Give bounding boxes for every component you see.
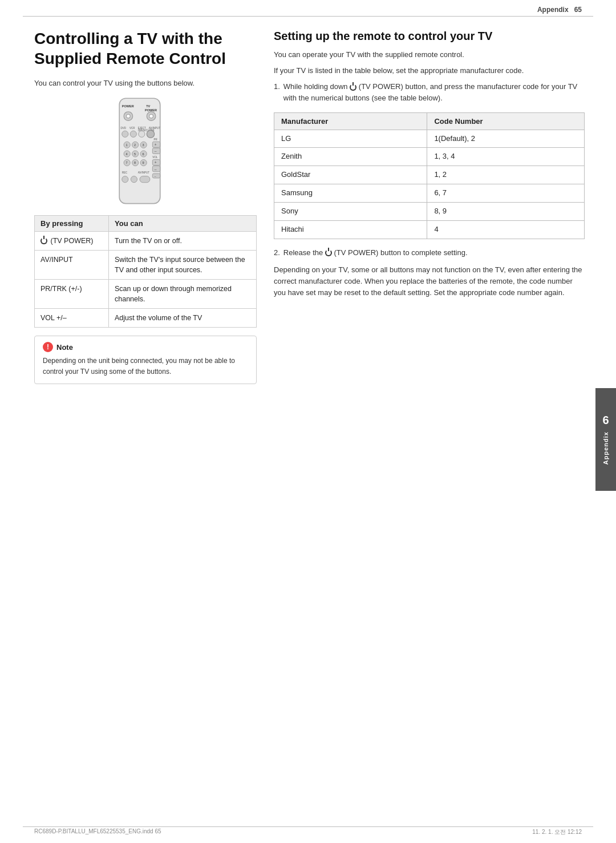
mfr-row-name-1: Zenith: [274, 148, 427, 166]
page-header: Appendix 65: [537, 6, 582, 14]
svg-text:2: 2: [134, 143, 136, 147]
mfr-table: Manufacturer Code Number LG1(Default), 2…: [274, 112, 585, 239]
svg-text:VOL: VOL: [152, 156, 157, 159]
mfr-row-name-4: Sony: [274, 202, 427, 220]
svg-point-5: [127, 114, 131, 118]
main-heading: Controlling a TV with the Supplied Remot…: [34, 29, 257, 68]
control-row-val-1: Switch the TV's input source between the…: [109, 250, 257, 279]
svg-text:–: –: [155, 167, 157, 171]
mfr-col1: Manufacturer: [274, 112, 427, 130]
svg-text:AV/INPUT: AV/INPUT: [149, 126, 161, 129]
svg-rect-50: [152, 174, 160, 178]
side-tab-label: Appendix: [602, 431, 609, 465]
step-1-num: 1.: [274, 81, 280, 104]
control-row-key-0: (TV POWER): [35, 231, 109, 250]
section-heading: Setting up the remote to control your TV: [274, 29, 585, 43]
svg-point-7: [149, 114, 153, 118]
footer-left: RC689D-P.BITALLU_MFL65225535_ENG.indd 65: [34, 828, 161, 836]
header-page-number: 65: [574, 6, 582, 14]
svg-text:7: 7: [125, 161, 127, 164]
mfr-row-name-5: Hitachi: [274, 220, 427, 239]
control-table-col2: You can: [109, 215, 257, 231]
remote-container: POWER TV POWER DVD VCR EJECT OPEN/CLOSE …: [34, 97, 257, 207]
svg-text:VCR: VCR: [129, 126, 135, 129]
svg-text:4: 4: [125, 152, 127, 155]
content-area: Controlling a TV with the Supplied Remot…: [34, 29, 585, 814]
mfr-row-code-1: 1, 3, 4: [427, 148, 585, 166]
control-row-val-3: Adjust the volume of the TV: [109, 309, 257, 328]
mfr-row-code-3: 6, 7: [427, 184, 585, 203]
note-title: ! Note: [43, 342, 248, 352]
svg-point-15: [139, 131, 145, 137]
svg-text:+: +: [155, 143, 157, 147]
svg-point-13: [122, 131, 128, 137]
mfr-row-code-0: 1(Default), 2: [427, 130, 585, 148]
left-column: Controlling a TV with the Supplied Remot…: [34, 29, 257, 814]
page-border-bottom: [23, 826, 593, 827]
step-1-text: While holding down (TV POWER) button, an…: [283, 81, 585, 104]
control-row-val-2: Scan up or down through memorized channe…: [109, 279, 257, 308]
svg-text:9: 9: [142, 161, 144, 164]
mfr-row-code-5: 4: [427, 220, 585, 239]
right-column: Setting up the remote to control your TV…: [274, 29, 585, 814]
remote-illustration: POWER TV POWER DVD VCR EJECT OPEN/CLOSE …: [106, 97, 185, 207]
svg-text:–: –: [155, 174, 156, 178]
mfr-row-name-3: Samsung: [274, 184, 427, 203]
control-table-col1: By pressing: [35, 215, 109, 231]
control-row-key-2: PR/TRK (+/-): [35, 279, 109, 308]
svg-text:TV: TV: [146, 104, 150, 107]
note-label: Note: [56, 343, 73, 352]
control-row-key-1: AV/INPUT: [35, 250, 109, 279]
svg-text:PR: PR: [154, 138, 158, 141]
svg-text:8: 8: [134, 161, 136, 164]
svg-text:AV/INPUT: AV/INPUT: [138, 171, 150, 174]
svg-text:6: 6: [142, 152, 144, 155]
note-box: ! Note Depending on the unit being conne…: [34, 336, 257, 384]
svg-text:5: 5: [134, 152, 136, 155]
svg-text:+: +: [155, 160, 157, 164]
svg-rect-49: [140, 176, 150, 182]
control-row-val-0: Turn the TV on or off.: [109, 231, 257, 250]
svg-text:DVD: DVD: [120, 126, 126, 129]
svg-text:REC: REC: [122, 171, 128, 174]
right-para2: If your TV is listed in the table below,…: [274, 65, 585, 76]
footer-right: 11. 2. 1. 오전 12:12: [532, 828, 582, 836]
mfr-col2: Code Number: [427, 112, 585, 130]
svg-text:POWER: POWER: [122, 104, 134, 107]
page-border-top: [23, 16, 593, 17]
svg-point-16: [147, 130, 154, 138]
header-appendix-label: Appendix: [537, 6, 569, 14]
svg-text:3: 3: [142, 143, 144, 147]
steps-list: 1.While holding down (TV POWER) button, …: [274, 81, 585, 104]
mfr-row-code-2: 1, 2: [427, 166, 585, 184]
side-tab-number: 6: [602, 414, 609, 427]
side-tab: 6 Appendix: [595, 388, 616, 491]
right-para3: Depending on your TV, some or all button…: [274, 264, 585, 299]
svg-text:–: –: [155, 149, 157, 153]
note-icon: !: [43, 342, 53, 352]
mfr-row-code-4: 8, 9: [427, 202, 585, 220]
svg-text:POWER: POWER: [145, 108, 157, 111]
svg-point-47: [122, 176, 128, 182]
intro-text: You can control your TV using the button…: [34, 78, 257, 89]
page-footer: RC689D-P.BITALLU_MFL65225535_ENG.indd 65…: [34, 828, 582, 836]
svg-point-14: [130, 131, 136, 137]
control-table: By pressing You can (TV POWER)Turn the T…: [34, 215, 257, 328]
right-para1: You can operate your TV with the supplie…: [274, 49, 585, 60]
mfr-row-name-0: LG: [274, 130, 427, 148]
mfr-row-name-2: GoldStar: [274, 166, 427, 184]
step-2-num: 2.: [274, 247, 280, 259]
note-text: Depending on the unit being connected, y…: [43, 356, 248, 377]
step-2: 2.Release the (TV POWER) button to compl…: [274, 247, 585, 259]
svg-point-48: [131, 176, 137, 182]
step-2-text: Release the (TV POWER) button to complet…: [283, 247, 468, 259]
svg-text:1: 1: [125, 143, 127, 147]
step-1: 1.While holding down (TV POWER) button, …: [274, 81, 585, 104]
control-row-key-3: VOL +/–: [35, 309, 109, 328]
